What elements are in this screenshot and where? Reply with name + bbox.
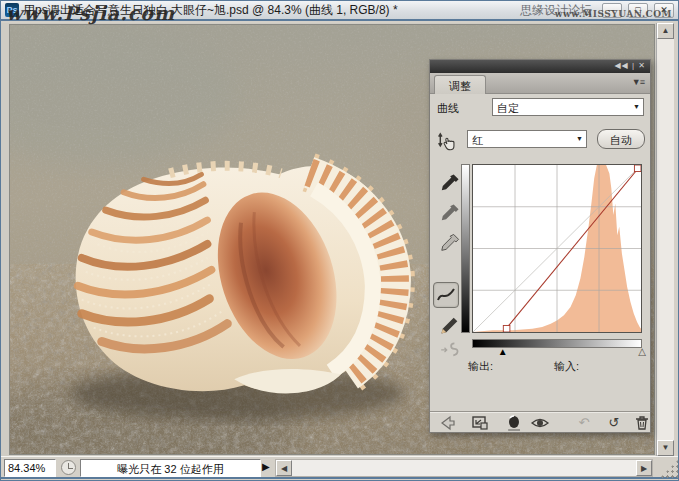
gray-point-eyedropper-icon[interactable]	[439, 202, 461, 222]
photoshop-app-icon: Ps	[5, 3, 19, 17]
scroll-up-icon[interactable]: ▲	[657, 23, 674, 39]
panel-menu-icon[interactable]: ▼≡	[632, 77, 644, 87]
maximize-button[interactable]: □	[628, 3, 648, 18]
white-point-slider[interactable]: △	[638, 346, 646, 357]
return-to-adjustment-list-icon[interactable]	[438, 414, 458, 432]
document-title: 用ps调出适合写意生日独白 大眼仔~旭.psd @ 84.3% (曲线 1, R…	[23, 2, 516, 19]
preset-dropdown[interactable]: 自定	[492, 98, 644, 116]
curves-label: 曲线	[437, 101, 459, 116]
white-point-eyedropper-icon[interactable]	[439, 232, 461, 252]
black-point-eyedropper-icon[interactable]	[439, 172, 461, 192]
window-resize-grip[interactable]	[660, 459, 679, 478]
status-message: 曝光只在 32 位起作用	[80, 459, 261, 477]
output-gradient-bar	[461, 164, 470, 333]
zoom-level-field[interactable]: 84.34%	[4, 459, 56, 477]
layer-visibility-eye-icon[interactable]	[530, 414, 550, 432]
output-label: 输出:	[468, 359, 493, 374]
panel-collapse-close-icons[interactable]: ◀◀ | ✕	[430, 60, 650, 73]
delete-adjustment-trash-icon[interactable]	[632, 414, 652, 432]
expanded-view-icon[interactable]	[470, 414, 490, 432]
title-bar[interactable]: Ps 用ps调出适合写意生日独白 大眼仔~旭.psd @ 84.3% (曲线 1…	[1, 1, 678, 21]
scroll-left-icon[interactable]: ◀	[276, 460, 292, 476]
scroll-right-icon[interactable]: ▶	[636, 460, 652, 476]
smooth-curve-icon	[439, 340, 461, 360]
auto-button[interactable]: 自动	[597, 129, 645, 149]
targeted-adjustment-tool-icon[interactable]	[437, 130, 459, 150]
tab-adjustments[interactable]: 调整	[434, 75, 486, 94]
panel-bottom-toolbar: ↶ ↺	[430, 413, 650, 433]
pencil-tool-icon[interactable]	[439, 314, 461, 334]
scroll-down-icon[interactable]: ▼	[657, 440, 674, 456]
input-sliders: ▲ △	[472, 347, 642, 359]
clip-to-layer-icon[interactable]	[504, 414, 524, 432]
status-options-arrow-icon[interactable]: ▶	[262, 461, 270, 472]
vertical-scrollbar[interactable]: ▲ ▼	[656, 23, 674, 456]
minimize-button[interactable]: —	[602, 3, 622, 18]
forum-text: 思缘设计论坛	[520, 2, 592, 19]
view-previous-state-icon: ↶	[574, 414, 594, 432]
reset-adjustment-icon[interactable]: ↺	[604, 414, 624, 432]
input-label: 输入:	[554, 359, 579, 374]
panel-tab-row: 调整 ▼≡	[430, 73, 650, 94]
adjustments-panel: ◀◀ | ✕ 调整 ▼≡ 曲线 自定 红 自动	[429, 59, 651, 433]
channel-dropdown[interactable]: 红	[467, 130, 587, 148]
curves-grid[interactable]	[472, 164, 642, 333]
edit-points-tool-button[interactable]	[433, 282, 459, 308]
photoshop-document-window: Ps 用ps调出适合写意生日独白 大眼仔~旭.psd @ 84.3% (曲线 1…	[0, 0, 679, 481]
black-point-slider[interactable]: ▲	[498, 346, 508, 357]
status-bar: 84.34% 曝光只在 32 位起作用 ▶ ◀ ▶	[1, 456, 679, 479]
horizontal-scrollbar[interactable]: ◀ ▶	[275, 459, 653, 477]
close-button[interactable]: ✕	[654, 3, 674, 18]
status-clock-icon	[61, 460, 76, 475]
